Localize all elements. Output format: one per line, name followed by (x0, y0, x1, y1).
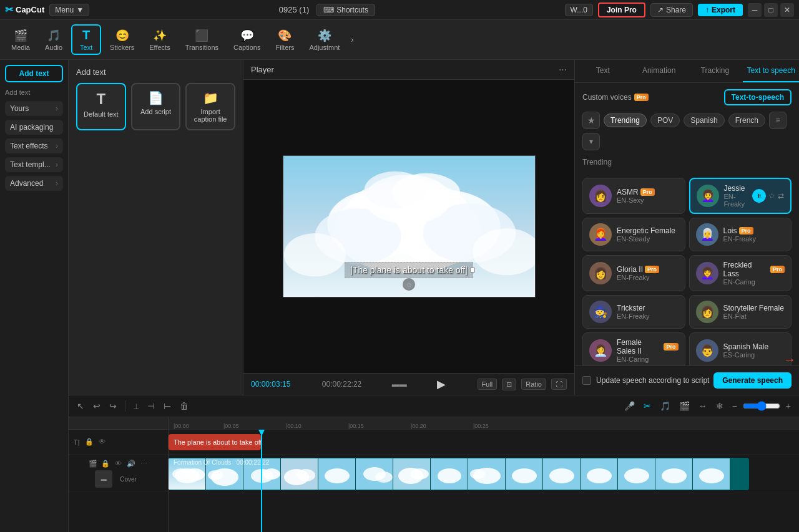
voice-card-trickster[interactable]: 🧙 Trickster EN-Freaky (582, 295, 685, 329)
tool-media[interactable]: 🎬 Media (5, 25, 36, 55)
crop-button[interactable]: ⊡ (502, 379, 516, 390)
tab-tracking[interactable]: Tracking (687, 60, 743, 82)
text-resize-handle[interactable] (470, 268, 475, 273)
tab-text-to-speech[interactable]: Text to speech (743, 60, 799, 82)
maximize-button[interactable]: □ (764, 3, 778, 17)
text-to-speech-button[interactable]: Text-to-speech (724, 89, 792, 105)
tool-audio[interactable]: 🎵 Audio (39, 25, 69, 55)
join-pro-button[interactable]: Join Pro (598, 2, 645, 17)
favorites-filter-btn[interactable]: ★ (582, 112, 600, 129)
fullscreen-button[interactable]: ⛶ (551, 379, 567, 390)
tool-effects[interactable]: ✨ Effects (143, 25, 176, 55)
mic-btn[interactable]: 🎤 (621, 399, 638, 413)
import-caption-card[interactable]: 📁 Import caption file (185, 83, 235, 130)
tl-speed-btn[interactable]: ↔ (695, 399, 710, 413)
filter-expand-btn[interactable]: ▾ (582, 133, 600, 150)
text-clip[interactable]: The plane is about to take off (169, 434, 261, 450)
redo-btn[interactable]: ↪ (106, 399, 120, 413)
text-overlay[interactable]: |The plane is about to take off| (345, 262, 473, 278)
tl-audio-btn[interactable]: 🎵 (657, 399, 674, 413)
play-button[interactable]: ▶ (437, 377, 446, 391)
tool-adjustments-label: Adjustmnt (309, 44, 340, 51)
select-tool-btn[interactable]: ↖ (74, 399, 87, 413)
close-button[interactable]: ✕ (780, 3, 794, 17)
default-text-card[interactable]: T Default text (76, 83, 126, 130)
left-item-text-templates[interactable]: Text templ... › (5, 157, 63, 172)
tool-filters[interactable]: 🎨 Filters (269, 25, 300, 55)
voice-card-spanish-male[interactable]: 👨 Spanish Male ES-Caring → (689, 332, 792, 365)
shortcuts-button[interactable]: ⌨ Shortcuts (316, 4, 375, 16)
voice-card-asmr[interactable]: 👩 ASMR Pro EN-Sexy (582, 178, 685, 214)
tl-freeze-btn[interactable]: ❄ (713, 399, 727, 413)
voice-star-button-jessie[interactable]: ☆ (768, 189, 775, 203)
voice-card-storyteller[interactable]: 👩 Storyteller Female EN-Flat (689, 295, 792, 329)
text-track-row: The plane is about to take off (169, 430, 799, 455)
filter-french[interactable]: French (728, 114, 765, 127)
tab-animation[interactable]: Animation (631, 60, 687, 82)
minimize-button[interactable]: ─ (748, 3, 762, 17)
tool-captions[interactable]: 💬 Captions (227, 25, 267, 55)
split-btn[interactable]: ⟂ (130, 399, 142, 413)
tool-stickers[interactable]: 😊 Stickers (104, 25, 140, 55)
video-more-icon[interactable]: ⋯ (139, 458, 149, 469)
update-speech-checkbox[interactable] (582, 376, 591, 385)
tl-zoom-add-btn[interactable]: + (783, 399, 794, 413)
video-eye-icon[interactable]: 👁 (114, 458, 123, 469)
tab-text[interactable]: Text (575, 60, 631, 82)
topbar: ✂ CapCut Menu ▼ 0925 (1) ⌨ Shortcuts W..… (0, 0, 799, 20)
left-item-advanced[interactable]: Advanced › (5, 176, 63, 191)
tool-adjustments[interactable]: ⚙️ Adjustmnt (303, 25, 346, 55)
tl-cut-btn[interactable]: ✂ (640, 399, 654, 413)
video-audio-icon[interactable]: 🔊 (125, 458, 137, 469)
thumb-svg-11 (543, 458, 581, 490)
thumb-svg-4 (281, 458, 318, 490)
pro-badge-asmr: Pro (640, 188, 655, 196)
tl-zoom-out-btn[interactable]: − (729, 399, 740, 413)
voice-info-lois: Lois Pro EN-Freaky (723, 226, 785, 243)
add-script-card[interactable]: 📄 Add script (131, 83, 181, 130)
text-track-icons: 🔒 👁 (84, 437, 107, 447)
undo-btn[interactable]: ↩ (90, 399, 104, 413)
voice-card-energetic-female[interactable]: 👩‍🦰 Energetic Female EN-Steady (582, 218, 685, 251)
left-item-text-effects[interactable]: Text effects › (5, 138, 63, 153)
left-item-ai-packaging[interactable]: AI packaging (5, 120, 63, 135)
voice-card-female-sales[interactable]: 👩‍💼 Female Sales II Pro EN-Caring (582, 332, 685, 365)
tool-transitions[interactable]: ⬛ Transitions (179, 25, 225, 55)
lock-icon[interactable]: 🔒 (84, 437, 95, 447)
filter-trending[interactable]: Trending (604, 114, 647, 127)
update-speech-row: Update speech according to script (582, 376, 709, 385)
svg-point-45 (624, 468, 649, 483)
share-button[interactable]: ↗ Share (650, 3, 693, 17)
video-clip[interactable]: Formation Of Clouds 00:00:22:22 (169, 458, 749, 490)
filter-sort-icon[interactable]: ≡ (769, 112, 787, 129)
generate-speech-button[interactable]: Generate speech (713, 372, 792, 389)
tool-text[interactable]: T Text (71, 24, 101, 55)
delete-btn[interactable]: 🗑 (177, 399, 192, 413)
left-section-label: Add text (5, 86, 63, 97)
filter-spanish[interactable]: Spanish (684, 114, 724, 127)
voice-name-energetic: Energetic Female (617, 226, 679, 235)
text-panel-title: Add text (76, 67, 235, 77)
export-button[interactable]: ↑ Export (698, 4, 743, 16)
tl-video-btn[interactable]: 🎬 (676, 399, 693, 413)
player-menu-icon[interactable]: ⋯ (559, 65, 567, 74)
voice-compare-button-jessie[interactable]: ⇄ (778, 189, 784, 203)
voice-card-jessie[interactable]: 👩‍🦱 Jessie EN-Freaky ⏸ ☆ ⇄ (689, 178, 792, 214)
ratio-btn[interactable]: Ratio (521, 379, 546, 390)
voice-play-button-jessie[interactable]: ⏸ (752, 189, 766, 203)
voice-card-lois[interactable]: 👩‍🦳 Lois Pro EN-Freaky (689, 218, 792, 251)
trim-left-btn[interactable]: ⊣ (144, 399, 158, 413)
video-lock-icon[interactable]: 🔒 (100, 458, 111, 469)
eye-icon[interactable]: 👁 (97, 437, 107, 447)
trim-right-btn[interactable]: ⊢ (160, 399, 174, 413)
add-text-button[interactable]: Add text (5, 65, 63, 82)
full-btn[interactable]: Full (478, 379, 498, 390)
player-right-controls: Full ⊡ Ratio ⛶ (478, 379, 567, 390)
voice-card-gloria[interactable]: 👩 Gloria II Pro EN-Freaky (582, 255, 685, 291)
left-item-yours[interactable]: Yours › (5, 101, 63, 116)
filter-pov[interactable]: POV (650, 114, 680, 127)
menu-button[interactable]: Menu ▼ (49, 4, 89, 16)
timeline-zoom-slider[interactable] (743, 401, 780, 411)
voice-card-freckled-lass[interactable]: 👩‍🦱 Freckled Lass Pro EN-Caring (689, 255, 792, 291)
toolbar-expand-icon[interactable]: › (351, 35, 353, 44)
